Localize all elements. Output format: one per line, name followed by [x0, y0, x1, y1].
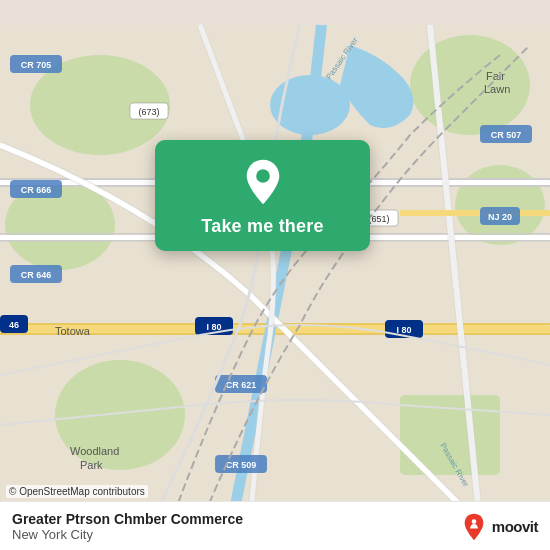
svg-text:CR 666: CR 666 — [21, 185, 52, 195]
svg-text:CR 621: CR 621 — [226, 380, 257, 390]
osm-attribution: © OpenStreetMap contributors — [6, 485, 148, 498]
svg-text:Lawn: Lawn — [484, 83, 510, 95]
bottom-bar: Greater Ptrson Chmber Commerce New York … — [0, 501, 550, 550]
svg-text:CR 705: CR 705 — [21, 60, 52, 70]
svg-text:Woodland: Woodland — [70, 445, 119, 457]
location-info: Greater Ptrson Chmber Commerce New York … — [12, 511, 243, 542]
map-container: CR 705 (673) CR 666 CR 673 CR 507 (651) … — [0, 0, 550, 550]
moovit-brand-text: moovit — [492, 518, 538, 535]
location-pin-icon — [239, 158, 287, 206]
svg-text:CR 509: CR 509 — [226, 460, 257, 470]
map-background: CR 705 (673) CR 666 CR 673 CR 507 (651) … — [0, 0, 550, 550]
svg-text:Totowa: Totowa — [55, 325, 91, 337]
svg-text:I 80: I 80 — [396, 325, 411, 335]
svg-text:CR 646: CR 646 — [21, 270, 52, 280]
moovit-logo: moovit — [460, 513, 538, 541]
svg-text:Park: Park — [80, 459, 103, 471]
svg-point-4 — [410, 35, 530, 135]
location-city: New York City — [12, 527, 243, 542]
svg-text:NJ 20: NJ 20 — [488, 212, 512, 222]
svg-text:46: 46 — [9, 320, 19, 330]
svg-text:I 80: I 80 — [206, 322, 221, 332]
svg-rect-17 — [400, 210, 550, 216]
location-name: Greater Ptrson Chmber Commerce — [12, 511, 243, 527]
moovit-pin-icon — [460, 513, 488, 541]
svg-point-52 — [471, 519, 476, 524]
svg-text:CR 507: CR 507 — [491, 130, 522, 140]
svg-text:Fair: Fair — [486, 70, 505, 82]
take-me-there-card[interactable]: Take me there — [155, 140, 370, 251]
svg-text:(673): (673) — [138, 107, 159, 117]
svg-point-51 — [256, 169, 270, 183]
take-me-there-button[interactable]: Take me there — [201, 216, 323, 237]
